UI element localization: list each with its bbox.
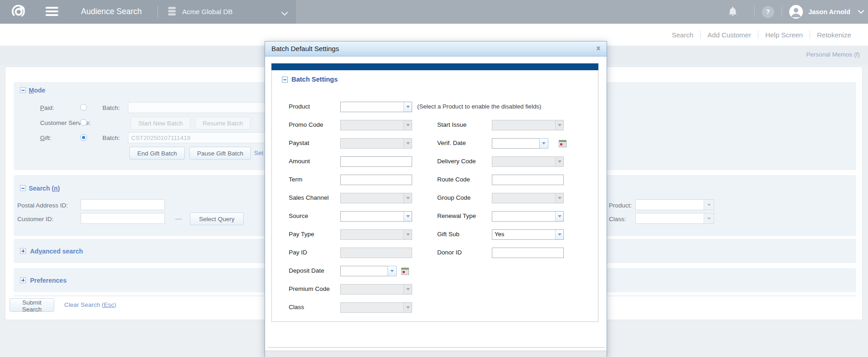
end-gift-batch-button[interactable]: End Gift Batch <box>129 147 185 160</box>
paystat-label: Paystat <box>289 140 309 146</box>
set-batch-defaults-link[interactable]: Set <box>254 150 263 156</box>
promo-code-label: Promo Code <box>289 121 323 128</box>
dropdown-arrow-icon[interactable] <box>539 138 548 149</box>
dropdown-arrow-icon[interactable] <box>555 212 563 221</box>
verif-date-input[interactable] <box>492 138 539 149</box>
database-icon <box>168 7 176 16</box>
dropdown-arrow-icon <box>555 120 563 130</box>
app-logo-icon[interactable] <box>10 3 27 21</box>
search-collapse-icon[interactable] <box>20 185 26 191</box>
dialog-body: Batch Settings Product (Select a Product… <box>265 57 607 357</box>
start-new-batch-button[interactable]: Start New Batch <box>131 117 190 129</box>
premium-code-label: Premium Code <box>289 285 330 292</box>
dropdown-arrow-icon <box>403 303 412 312</box>
mode-collapse-icon[interactable] <box>20 87 26 93</box>
class-field-label: Class <box>289 304 304 310</box>
gift-radio[interactable] <box>80 134 87 141</box>
dialog-title: Batch Default Settings <box>271 45 339 52</box>
product-dropdown[interactable] <box>340 102 412 112</box>
select-query-button[interactable]: Select Query <box>190 212 244 225</box>
customer-id-input[interactable] <box>81 213 165 224</box>
route-code-label: Route Code <box>437 176 470 183</box>
nav-link-search[interactable]: Search <box>665 31 700 39</box>
batch-default-settings-dialog: Batch Default Settings x Batch Settings … <box>265 41 607 357</box>
customer-service-radio[interactable] <box>80 119 87 126</box>
mode-section-header[interactable]: Mode <box>29 87 46 94</box>
dropdown-arrow-icon <box>403 120 412 130</box>
batch-settings-panel: Batch Settings Product (Select a Product… <box>271 63 598 322</box>
close-icon[interactable]: x <box>597 44 600 52</box>
advanced-search-expand-icon[interactable] <box>20 248 26 254</box>
route-code-input[interactable] <box>492 175 564 185</box>
dropdown-arrow-icon[interactable] <box>388 266 397 276</box>
premium-code-dropdown <box>340 284 412 295</box>
source-dropdown[interactable] <box>340 211 412 222</box>
preferences-header[interactable]: Preferences <box>30 277 66 284</box>
verif-date-calendar-icon[interactable] <box>559 140 567 147</box>
paystat-dropdown <box>340 138 412 149</box>
sales-channel-dropdown <box>340 193 412 203</box>
dropdown-arrow-icon[interactable] <box>403 102 412 112</box>
batch-settings-header[interactable]: Batch Settings <box>291 76 338 83</box>
dropdown-arrow-icon <box>403 285 412 294</box>
nav-link-help-screen[interactable]: Help Screen <box>758 31 810 39</box>
pause-gift-batch-button[interactable]: Pause Gift Batch <box>189 147 251 160</box>
nav-link-add-customer[interactable]: Add Customer <box>701 31 758 39</box>
nav-link-retokenize[interactable]: Retokenize <box>810 31 858 39</box>
header-divider <box>158 6 158 18</box>
database-chevron-down-icon[interactable] <box>281 10 288 18</box>
class-dropdown[interactable] <box>635 213 714 224</box>
dialog-footer-band <box>265 351 607 357</box>
donor-id-input[interactable] <box>492 248 564 258</box>
dialog-title-bar[interactable]: Batch Default Settings x <box>265 41 607 57</box>
search-section-header[interactable]: Search (n) <box>29 185 60 192</box>
page-title: Audience Search <box>81 7 142 16</box>
product-hint-text: (Select a Product to enable the disabled… <box>417 103 541 110</box>
submit-search-button[interactable]: Submit Search <box>10 298 54 312</box>
notifications-bell-icon[interactable] <box>727 6 739 18</box>
customer-id-label: Customer ID: <box>17 216 54 222</box>
personal-memos-link[interactable]: Personal Memos (f) <box>806 51 860 58</box>
header-right-cluster: ? Jason Arnold <box>727 0 864 24</box>
deposit-date-calendar-icon[interactable] <box>401 267 409 275</box>
amount-input[interactable] <box>340 156 412 167</box>
gift-label: Gift: <box>40 135 51 141</box>
dropdown-arrow-icon[interactable] <box>403 212 412 221</box>
advanced-search-header[interactable]: Advanced search <box>30 248 83 255</box>
group-code-dropdown <box>492 193 564 203</box>
paid-radio[interactable] <box>80 104 87 111</box>
user-chevron-down-icon[interactable] <box>858 8 864 16</box>
database-selector[interactable]: Acme Global DB <box>182 8 233 16</box>
verif-date-combo[interactable] <box>492 138 548 149</box>
batch-settings-collapse-icon[interactable] <box>282 77 288 83</box>
clear-search-link[interactable]: Clear Search (Esc) <box>64 301 116 308</box>
paid-batch-label: Batch: <box>102 104 120 111</box>
renewal-type-dropdown[interactable] <box>492 211 564 222</box>
dropdown-arrow-icon[interactable] <box>555 230 563 239</box>
term-input[interactable] <box>340 175 412 185</box>
header-separator <box>781 6 782 17</box>
source-label: Source <box>289 212 308 219</box>
resume-batch-button[interactable]: Resume Batch <box>195 117 250 129</box>
pay-type-label: Pay Type <box>289 231 314 238</box>
range-dash: — <box>175 215 182 222</box>
preferences-expand-icon[interactable] <box>20 277 26 283</box>
screen: Audience Search Acme Global DB ? <box>0 0 868 357</box>
menu-hamburger-icon[interactable] <box>46 7 58 17</box>
amount-label: Amount <box>289 158 310 165</box>
postal-address-id-input[interactable] <box>81 199 165 210</box>
class-dropdown-arrow-icon[interactable] <box>704 213 714 223</box>
deposit-date-input[interactable] <box>340 266 388 276</box>
avatar[interactable] <box>789 5 803 19</box>
pay-id-input <box>340 248 412 258</box>
header-separator <box>754 6 755 17</box>
help-icon[interactable]: ? <box>762 6 774 18</box>
gift-sub-dropdown[interactable]: Yes <box>492 229 564 240</box>
dropdown-arrow-icon <box>555 157 563 166</box>
sales-channel-label: Sales Channel <box>289 194 329 201</box>
user-name[interactable]: Jason Arnold <box>808 8 850 16</box>
deposit-date-combo[interactable] <box>340 266 397 276</box>
product-dropdown-arrow-icon[interactable] <box>704 200 714 210</box>
dropdown-arrow-icon <box>403 193 412 203</box>
product-dropdown[interactable] <box>635 199 714 210</box>
